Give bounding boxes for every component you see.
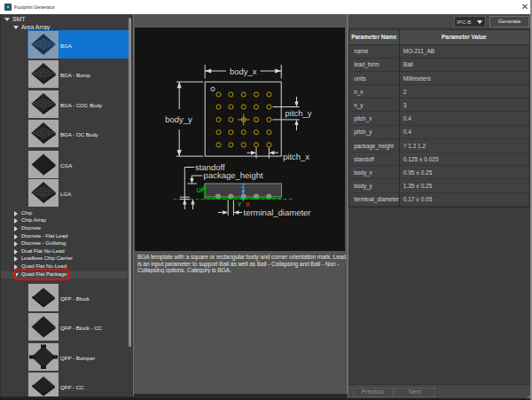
- svg-text:pitch_y: pitch_y: [286, 108, 312, 118]
- svg-text:body_y: body_y: [166, 114, 193, 124]
- svg-text:Y: Y: [238, 201, 242, 208]
- svg-text:Z: Z: [242, 183, 246, 189]
- svg-text:terminal_diameter: terminal_diameter: [244, 208, 311, 217]
- svg-text:body_x: body_x: [230, 67, 257, 76]
- svg-text:pitch_x: pitch_x: [283, 152, 309, 161]
- svg-text:package_height: package_height: [204, 170, 263, 180]
